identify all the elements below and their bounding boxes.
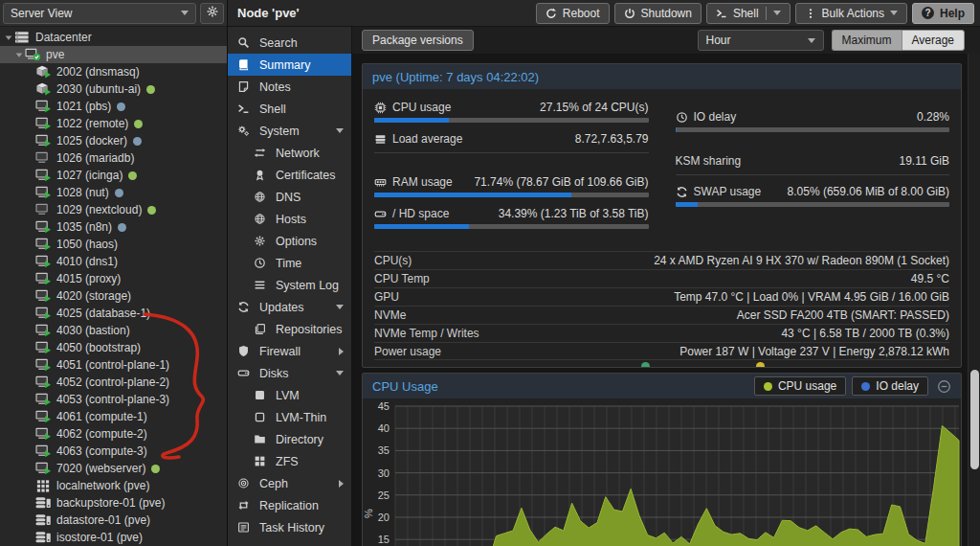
vm-running-icon: [35, 117, 52, 130]
menu-item-firewall[interactable]: Firewall: [228, 340, 351, 362]
average-button[interactable]: Average: [902, 30, 965, 51]
info-value: Acer SSD FA200 4TB (SMART: PASSED): [737, 308, 949, 322]
svg-text:15: 15: [378, 534, 390, 545]
resource-tree: Datacenterpve2002 (dnsmasq)2030 (ubuntu-…: [0, 27, 227, 546]
menu-item-disks[interactable]: Disks: [228, 362, 351, 384]
menu-item-replication[interactable]: Replication: [228, 494, 351, 516]
menu-item-zfs[interactable]: ZFS: [228, 450, 351, 472]
tree-item-7020-webserver[interactable]: 7020 (webserver): [0, 460, 227, 477]
tree-item-4020-storage[interactable]: 4020 (storage): [0, 287, 227, 305]
tree-expander-icon[interactable]: [12, 53, 25, 57]
menu-item-label: Search: [259, 36, 344, 50]
tree-item-2030-ubuntu-ai[interactable]: 2030 (ubuntu-ai): [0, 80, 227, 98]
menu-item-options[interactable]: Options: [228, 230, 351, 252]
tree-item-label: backupstore-01 (pve): [56, 496, 165, 510]
menu-item-updates[interactable]: Updates: [228, 296, 351, 318]
package-versions-button[interactable]: Package versions: [362, 30, 474, 51]
tree-item-4050-bootstrap[interactable]: 4050 (bootstrap): [0, 339, 227, 356]
tree-item-pve[interactable]: pve: [0, 46, 227, 63]
view-mode-label: Server View: [11, 7, 72, 20]
tree-item-backupstore-01-pve[interactable]: backupstore-01 (pve): [0, 494, 227, 512]
search-icon: [237, 36, 254, 49]
menu-item-hosts[interactable]: Hosts: [228, 208, 351, 230]
legend-cpu-usage[interactable]: CPU usage: [754, 376, 846, 396]
menu-item-dns[interactable]: DNS: [228, 186, 351, 208]
tree-item-1029-nextcloud[interactable]: 1029 (nextcloud): [0, 201, 227, 218]
menu-item-repositories[interactable]: Repositories: [228, 318, 351, 340]
tree-item-4015-proxy[interactable]: 4015 (proxy): [0, 270, 227, 287]
dots-vertical-icon: [805, 8, 816, 19]
view-mode-select[interactable]: Server View: [3, 3, 196, 24]
menu-item-lvm-thin[interactable]: LVM-Thin: [228, 406, 351, 428]
tree-settings-button[interactable]: [200, 3, 224, 24]
refresh-icon: [237, 301, 254, 313]
tree-item-4063-compute-3[interactable]: 4063 (compute-3): [0, 443, 227, 460]
tree-item-4025-database-1[interactable]: 4025 (database-1): [0, 305, 227, 322]
menu-item-summary[interactable]: Summary: [228, 54, 351, 76]
timeframe-select[interactable]: Hour: [698, 30, 824, 51]
info-row-cpu-s: CPU(s)24 x AMD Ryzen AI 9 HX 370 w/ Rade…: [374, 251, 949, 269]
tree-item-4052-control-plane-2[interactable]: 4052 (control-plane-2): [0, 374, 227, 391]
menu-item-system-log[interactable]: System Log: [228, 274, 351, 296]
scrollbar-thumb[interactable]: [970, 370, 979, 469]
grid-icon: [254, 455, 270, 467]
menu-item-shell[interactable]: Shell: [228, 98, 351, 120]
menu-item-network[interactable]: Network: [228, 142, 351, 164]
tree-item-label: 4030 (bastion): [56, 324, 130, 337]
hardware-info-table: CPU(s)24 x AMD Ryzen AI 9 HX 370 w/ Rade…: [374, 251, 949, 360]
collapse-panel-icon[interactable]: [937, 379, 951, 394]
tree-item-label: 1028 (nut): [56, 186, 109, 199]
legend-dot: [764, 382, 772, 391]
tree-item-1021-pbs[interactable]: 1021 (pbs): [0, 98, 227, 115]
menu-item-time[interactable]: Time: [228, 252, 351, 274]
node-status-header: pve (Uptime: 7 days 04:22:02): [363, 64, 961, 89]
globe-icon: [254, 213, 270, 225]
tree-item-1027-icinga[interactable]: 1027 (icinga): [0, 167, 227, 184]
chevron-down-icon: [773, 11, 781, 15]
tree-item-4053-control-plane-3[interactable]: 4053 (control-plane-3): [0, 391, 227, 408]
menu-item-notes[interactable]: Notes: [228, 76, 351, 98]
gauge-ram-usage: RAM usage71.74% (78.67 GiB of 109.66 GiB…: [374, 174, 649, 197]
maximum-button[interactable]: Maximum: [832, 30, 902, 51]
shutdown-button[interactable]: Shutdown: [614, 3, 702, 24]
tree-item-1050-haos[interactable]: 1050 (haos): [0, 236, 227, 253]
tree-item-4062-compute-2[interactable]: 4062 (compute-2): [0, 425, 227, 443]
tree-item-datacenter[interactable]: Datacenter: [0, 29, 227, 46]
gauge-label: CPU usage: [392, 101, 540, 114]
summary-scroll-area: pve (Uptime: 7 days 04:22:02) CPU usage2…: [352, 54, 980, 546]
tree-item-1026-mariadb[interactable]: 1026 (mariadb): [0, 149, 227, 167]
tree-item-label: isostore-01 (pve): [56, 531, 143, 544]
tree-expander-icon[interactable]: [2, 35, 14, 40]
menu-item-lvm[interactable]: LVM: [228, 384, 351, 406]
reboot-button[interactable]: Reboot: [536, 3, 610, 24]
menu-item-certificates[interactable]: Certificates: [228, 164, 351, 186]
square-outline-icon: [254, 411, 270, 423]
gauge-value: 71.74% (78.67 GiB of 109.66 GiB): [474, 175, 648, 189]
tree-item-1035-n8n[interactable]: 1035 (n8n): [0, 218, 227, 236]
tree-item-1025-docker[interactable]: 1025 (docker): [0, 132, 227, 149]
tree-item-2002-dnsmasq[interactable]: 2002 (dnsmasq): [0, 63, 227, 80]
tree-item-4010-dns1[interactable]: 4010 (dns1): [0, 253, 227, 270]
shell-button[interactable]: Shell: [706, 3, 791, 24]
tree-item-label: 4062 (compute-2): [56, 427, 147, 441]
tree-item-4030-bastion[interactable]: 4030 (bastion): [0, 322, 227, 339]
tree-item-1028-nut[interactable]: 1028 (nut): [0, 184, 227, 201]
menu-item-search[interactable]: Search: [228, 32, 351, 54]
tree-item-isostore-01-pve[interactable]: isostore-01 (pve): [0, 529, 227, 546]
vm-running-icon: [35, 238, 52, 251]
tree-item-4051-control-plane-1[interactable]: 4051 (control-plane-1): [0, 356, 227, 374]
tree-item-datastore-01-pve[interactable]: datastore-01 (pve): [0, 512, 227, 529]
svg-text:25: 25: [378, 489, 390, 501]
status-dot: [756, 362, 765, 367]
bulk-actions-button[interactable]: Bulk Actions: [795, 3, 907, 24]
menu-item-ceph[interactable]: Ceph: [228, 472, 351, 494]
tree-item-4061-compute-1[interactable]: 4061 (compute-1): [0, 408, 227, 425]
help-button[interactable]: ? Help: [912, 3, 974, 24]
menu-item-task-history[interactable]: Task History: [228, 516, 351, 538]
vm-running-icon: [35, 410, 52, 423]
tree-item-1022-remote[interactable]: 1022 (remote): [0, 115, 227, 132]
menu-item-directory[interactable]: Directory: [228, 428, 351, 450]
legend-io-delay[interactable]: IO delay: [852, 376, 928, 396]
tree-item-localnetwork-pve[interactable]: localnetwork (pve): [0, 477, 227, 494]
menu-item-system[interactable]: System: [228, 120, 351, 142]
